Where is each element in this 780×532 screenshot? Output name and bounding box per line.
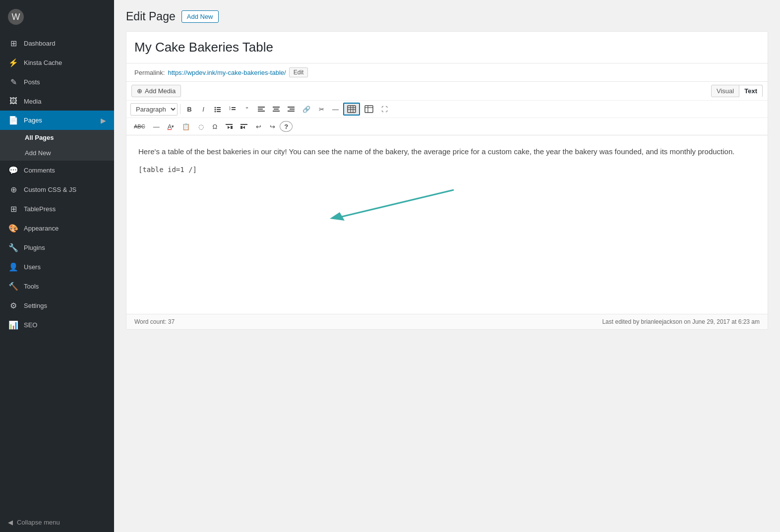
svg-point-4: [215, 111, 216, 113]
align-right-button[interactable]: [284, 103, 298, 116]
svg-rect-32: [240, 126, 242, 129]
paragraph-select[interactable]: Paragraph: [130, 103, 178, 116]
svg-rect-7: [232, 107, 236, 108]
svg-rect-14: [274, 109, 279, 110]
sidebar-item-kinsta-cache[interactable]: ⚡ Kinsta Cache: [0, 53, 114, 72]
permalink-url[interactable]: https://wpdev.ink/my-cake-bakeries-table…: [168, 69, 286, 76]
add-media-button[interactable]: ⊕ Add Media: [131, 85, 181, 97]
posts-icon: ✎: [8, 77, 19, 87]
clear-formatting-button[interactable]: ◌: [194, 120, 207, 133]
toolbar-row-2: ABC — A ▾ 📋 ◌ Ω ↩ ↪ ?: [126, 118, 768, 135]
align-left-icon: [258, 106, 265, 112]
sidebar-item-pages[interactable]: 📄 Pages ▶: [0, 111, 114, 130]
unlink-button[interactable]: ✂: [315, 103, 328, 116]
word-count: Word count: 37: [134, 318, 175, 325]
sidebar-item-label: TablePress: [24, 205, 56, 213]
table-delete-button[interactable]: [361, 103, 377, 116]
tab-text[interactable]: Text: [739, 85, 763, 97]
pages-icon: 📄: [8, 116, 19, 125]
svg-rect-27: [226, 124, 233, 125]
bold-button[interactable]: B: [183, 103, 196, 116]
outdent-button[interactable]: [237, 120, 251, 133]
svg-rect-24: [365, 106, 373, 113]
align-right-icon: [288, 106, 295, 112]
outdent-icon: [240, 123, 247, 129]
svg-rect-17: [290, 109, 295, 110]
sidebar-item-comments[interactable]: 💬 Comments: [0, 161, 114, 180]
sidebar-item-custom-css-js[interactable]: ⊕ Custom CSS & JS: [0, 180, 114, 199]
sidebar-subitem-add-new[interactable]: Add New: [0, 145, 114, 161]
svg-point-0: [215, 107, 216, 109]
sidebar-item-label: Pages: [24, 117, 42, 124]
svg-rect-11: [258, 109, 263, 110]
site-logo[interactable]: W: [0, 0, 114, 34]
list-icon: [214, 106, 221, 113]
align-center-button[interactable]: [269, 103, 283, 116]
settings-icon: ⚙: [8, 301, 19, 310]
italic-button[interactable]: I: [197, 103, 210, 116]
sidebar-item-users[interactable]: 👤 Users: [0, 257, 114, 277]
svg-rect-15: [273, 111, 280, 112]
fullscreen-button[interactable]: ⛶: [378, 103, 391, 116]
ordered-list-button[interactable]: 1. 2.: [226, 103, 240, 116]
sidebar-item-posts[interactable]: ✎ Posts: [0, 72, 114, 92]
sidebar-item-label: Users: [24, 263, 41, 271]
arrow-annotation: [275, 185, 474, 235]
pages-submenu: All Pages Add New: [0, 130, 114, 161]
svg-line-33: [340, 190, 454, 217]
permalink-bar: Permalink: https://wpdev.ink/my-cake-bak…: [126, 63, 768, 82]
sidebar-item-appearance[interactable]: 🎨 Appearance: [0, 219, 114, 238]
svg-marker-28: [228, 126, 230, 129]
add-new-button[interactable]: Add New: [181, 10, 219, 23]
sidebar-subitem-all-pages[interactable]: All Pages: [0, 130, 114, 145]
help-button[interactable]: ?: [280, 121, 293, 132]
svg-rect-12: [258, 111, 265, 112]
sidebar-item-label: SEO: [24, 321, 37, 329]
align-center-icon: [273, 106, 280, 112]
sidebar-item-label: Dashboard: [24, 40, 56, 47]
hr-button[interactable]: —: [329, 103, 342, 116]
sidebar-item-label: Custom CSS & JS: [24, 186, 76, 193]
font-color-button[interactable]: A ▾: [164, 120, 178, 133]
page-title-input[interactable]: [134, 38, 760, 57]
last-edited: Last edited by brianleejackson on June 2…: [602, 318, 760, 325]
special-chars-button[interactable]: Ω: [208, 120, 221, 133]
indent-button[interactable]: [222, 120, 236, 133]
kinsta-icon: ⚡: [8, 58, 19, 67]
paste-text-button[interactable]: 📋: [179, 120, 193, 133]
word-count-bar: Word count: 37 Last edited by brianleeja…: [126, 314, 768, 329]
add-media-label: Add Media: [145, 87, 176, 95]
svg-rect-5: [217, 111, 221, 112]
add-media-icon: ⊕: [137, 87, 142, 95]
table-insert-button[interactable]: [343, 103, 360, 116]
align-left-button[interactable]: [254, 103, 268, 116]
tablepress-icon: ⊞: [8, 204, 19, 214]
sidebar-item-settings[interactable]: ⚙ Settings: [0, 296, 114, 315]
sidebar-item-plugins[interactable]: 🔧 Plugins: [0, 238, 114, 257]
comments-icon: 💬: [8, 166, 19, 175]
svg-point-2: [215, 109, 216, 111]
collapse-label: Collapse menu: [17, 519, 60, 526]
sidebar-item-tools[interactable]: 🔨 Tools: [0, 277, 114, 296]
sidebar: W ⊞ Dashboard ⚡ Kinsta Cache ✎ Posts 🖼 M…: [0, 0, 114, 532]
collapse-menu-button[interactable]: ◀ Collapse menu: [0, 513, 114, 532]
redo-button[interactable]: ↪: [266, 120, 279, 133]
sidebar-item-media[interactable]: 🖼 Media: [0, 92, 114, 111]
horizontal-rule-button[interactable]: —: [150, 120, 163, 133]
sidebar-item-label: Appearance: [24, 225, 59, 232]
svg-rect-30: [240, 124, 247, 125]
blockquote-button[interactable]: ": [240, 103, 253, 116]
undo-button[interactable]: ↩: [252, 120, 265, 133]
svg-rect-1: [217, 107, 221, 108]
sidebar-item-dashboard[interactable]: ⊞ Dashboard: [0, 34, 114, 53]
toolbar-top: ⊕ Add Media Visual Text: [126, 82, 768, 100]
dashboard-icon: ⊞: [8, 39, 19, 48]
link-button[interactable]: 🔗: [299, 103, 314, 116]
permalink-edit-button[interactable]: Edit: [289, 67, 308, 77]
editor-content[interactable]: Here's a table of the best bakeries in o…: [126, 135, 768, 314]
strikethrough-button[interactable]: ABC: [130, 120, 149, 133]
sidebar-item-seo[interactable]: 📊 SEO: [0, 315, 114, 335]
sidebar-item-tablepress[interactable]: ⊞ TablePress: [0, 199, 114, 219]
tab-visual[interactable]: Visual: [711, 85, 739, 97]
unordered-list-button[interactable]: [211, 103, 225, 116]
